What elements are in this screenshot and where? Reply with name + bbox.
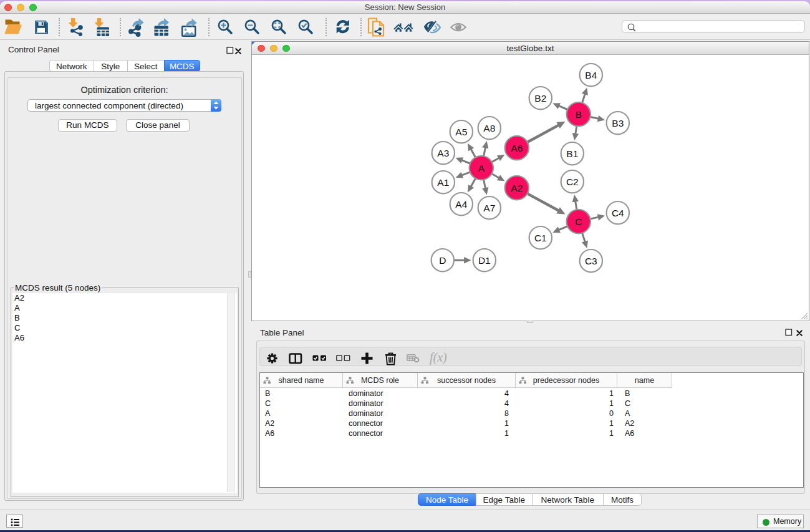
svg-text:A4: A4 — [455, 199, 467, 210]
svg-text:B4: B4 — [585, 70, 597, 80]
svg-text:A1: A1 — [437, 177, 449, 188]
svg-text:A8: A8 — [483, 123, 495, 133]
svg-text:D1: D1 — [478, 255, 491, 266]
svg-text:A3: A3 — [437, 148, 449, 158]
svg-text:D: D — [439, 255, 446, 266]
svg-text:C2: C2 — [566, 177, 579, 187]
svg-text:A: A — [478, 163, 485, 173]
svg-text:B2: B2 — [534, 93, 546, 104]
svg-text:B3: B3 — [612, 118, 624, 128]
svg-text:C: C — [575, 216, 582, 227]
svg-text:A5: A5 — [455, 127, 467, 137]
svg-text:C1: C1 — [534, 233, 547, 243]
svg-text:A6: A6 — [511, 143, 523, 153]
svg-text:B1: B1 — [566, 148, 578, 159]
svg-text:C4: C4 — [612, 208, 624, 218]
svg-text:A2: A2 — [511, 183, 523, 193]
svg-text:B: B — [576, 109, 582, 120]
svg-text:A7: A7 — [483, 203, 495, 213]
svg-text:C3: C3 — [585, 256, 597, 266]
